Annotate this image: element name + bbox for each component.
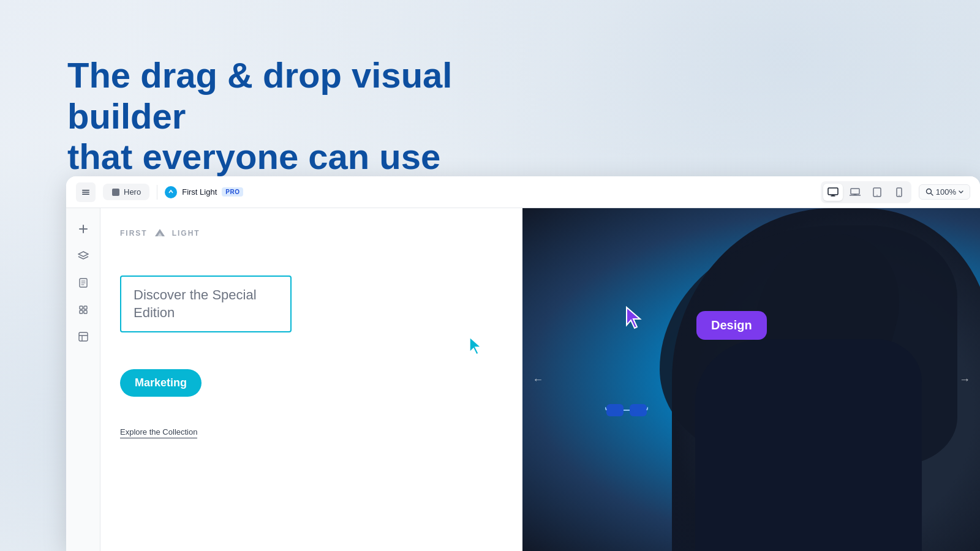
svg-rect-1 — [82, 192, 89, 193]
marketing-section: Marketing — [120, 364, 503, 414]
canvas-area: FIRST LIGHT Discover the Special Edition — [100, 208, 980, 551]
cursor-icon — [467, 335, 486, 357]
logo-text-first: FIRST — [120, 229, 148, 238]
mobile-icon — [896, 187, 902, 197]
heading-box[interactable]: Discover the Special Edition — [120, 276, 292, 332]
logo-mountain-icon — [153, 228, 167, 239]
heading-container: Discover the Special Edition — [120, 276, 503, 345]
builder-window: Hero First Light PRO — [66, 176, 980, 551]
svg-rect-2 — [82, 193, 89, 195]
hamburger-icon — [81, 187, 91, 197]
design-badge[interactable]: Design — [696, 311, 767, 340]
zoom-control[interactable]: 100% — [919, 184, 970, 200]
tablet-view-button[interactable] — [867, 184, 887, 201]
builder-body: FIRST LIGHT Discover the Special Edition — [66, 208, 980, 551]
desktop-icon — [827, 187, 839, 197]
svg-rect-6 — [851, 189, 859, 194]
svg-point-8 — [876, 195, 878, 196]
pages-icon — [78, 278, 88, 288]
page-preview: FIRST LIGHT Discover the Special Edition — [100, 208, 980, 551]
project-icon — [165, 186, 177, 198]
glasses-overlay — [605, 395, 648, 431]
tablet-icon — [873, 187, 881, 197]
carousel-prev-button[interactable]: ← — [532, 373, 543, 386]
cursor-overlay — [467, 335, 486, 359]
add-element-button[interactable] — [72, 218, 94, 240]
brand-logo: FIRST LIGHT — [120, 228, 503, 239]
svg-rect-15 — [80, 310, 83, 313]
assets-icon — [78, 332, 88, 342]
svg-rect-16 — [84, 310, 87, 313]
body-shape — [695, 339, 922, 551]
plus-icon — [78, 224, 88, 234]
project-logo-icon — [167, 189, 175, 196]
person-silhouette — [683, 225, 935, 551]
glasses-icon — [605, 395, 648, 429]
hero-title: The drag & drop visual builder that ever… — [67, 55, 557, 178]
zoom-icon — [925, 188, 933, 196]
svg-rect-5 — [828, 188, 838, 195]
pages-button[interactable] — [72, 272, 94, 294]
tab-page-icon — [111, 188, 120, 197]
templates-button[interactable] — [72, 299, 94, 321]
device-switcher — [821, 181, 911, 203]
desktop-view-button[interactable] — [823, 184, 843, 201]
hero-section: The drag & drop visual builder that ever… — [67, 55, 557, 178]
svg-point-11 — [926, 189, 931, 194]
preview-right-section: Design ← → — [522, 208, 980, 551]
layers-button[interactable] — [72, 245, 94, 267]
menu-button[interactable] — [76, 182, 96, 202]
mobile-view-button[interactable] — [889, 184, 909, 201]
svg-rect-3 — [112, 189, 119, 196]
carousel-next-button[interactable]: → — [959, 373, 970, 386]
svg-rect-14 — [84, 306, 87, 309]
svg-rect-19 — [630, 404, 647, 416]
project-tab[interactable]: First Light PRO — [165, 186, 243, 198]
right-cursor-overlay — [624, 304, 646, 334]
svg-rect-0 — [82, 190, 89, 191]
right-cursor-icon — [624, 304, 646, 331]
grid-icon — [78, 305, 88, 315]
assets-button[interactable] — [72, 326, 94, 348]
layers-icon — [78, 251, 89, 261]
logo-text-light: LIGHT — [172, 229, 200, 238]
toolbar-divider-1 — [157, 185, 157, 200]
preview-heading: Discover the Special Edition — [134, 287, 278, 321]
laptop-icon — [850, 187, 861, 197]
toolbar: Hero First Light PRO — [66, 176, 980, 208]
pro-badge: PRO — [222, 187, 243, 197]
hero-tab[interactable]: Hero — [103, 184, 149, 200]
chevron-down-icon — [959, 190, 963, 193]
svg-rect-17 — [79, 332, 88, 341]
svg-rect-13 — [80, 306, 83, 309]
explore-link[interactable]: Explore the Collection — [120, 427, 197, 438]
marketing-tag[interactable]: Marketing — [120, 369, 202, 397]
left-sidebar — [66, 208, 100, 551]
preview-left-section: FIRST LIGHT Discover the Special Edition — [100, 208, 522, 551]
laptop-view-button[interactable] — [845, 184, 865, 201]
zoom-level: 100% — [936, 187, 956, 197]
svg-point-10 — [899, 195, 899, 195]
explore-section: Explore the Collection — [120, 426, 503, 438]
svg-rect-18 — [606, 404, 624, 416]
